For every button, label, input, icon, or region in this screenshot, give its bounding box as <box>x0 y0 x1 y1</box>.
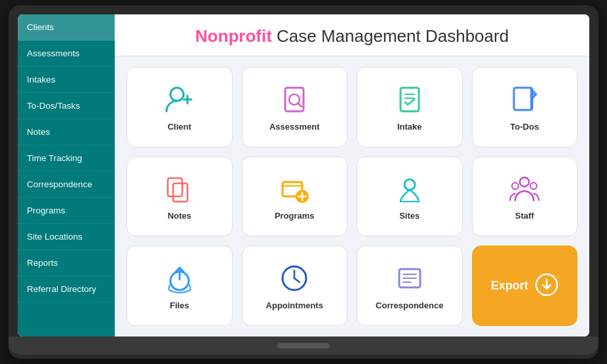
sidebar-item-referral-directory[interactable]: Referral Directory <box>18 276 115 302</box>
client-icon <box>163 82 197 117</box>
todos-icon <box>507 82 541 117</box>
programs-label: Programs <box>275 211 315 221</box>
laptop-screen: ClientsAssessmentsIntakesTo-Dos/TasksNot… <box>18 14 589 337</box>
card-correspondence[interactable]: Correspondence <box>357 246 463 326</box>
correspondence-icon <box>393 261 427 295</box>
intake-label: Intake <box>397 122 422 132</box>
sidebar-item-time-tracking[interactable]: Time Tracking <box>18 145 115 172</box>
staff-label: Staff <box>515 211 534 221</box>
card-staff[interactable]: Staff <box>472 156 578 237</box>
svg-point-0 <box>170 88 184 101</box>
card-files[interactable]: Files <box>127 246 233 326</box>
sidebar-item-todos[interactable]: To-Dos/Tasks <box>18 93 115 119</box>
dashboard-header: Nonprofit Case Management Dashboard <box>115 14 589 56</box>
sites-icon <box>393 172 427 206</box>
svg-rect-9 <box>514 88 532 110</box>
svg-rect-11 <box>168 178 182 196</box>
page-title: Nonprofit Case Management Dashboard <box>130 26 574 46</box>
sidebar-item-reports[interactable]: Reports <box>18 250 115 276</box>
appointments-icon <box>277 261 311 295</box>
files-icon <box>163 261 197 295</box>
card-export[interactable]: Export <box>472 246 578 326</box>
assessment-icon <box>277 82 311 117</box>
appointments-label: Appointments <box>266 300 323 310</box>
correspondence-label: Correspondence <box>376 300 443 310</box>
card-intake[interactable]: Intake <box>357 67 463 147</box>
programs-icon <box>277 172 311 206</box>
notes-label: Notes <box>168 211 191 221</box>
sidebar-item-assessments[interactable]: Assessments <box>18 41 115 67</box>
laptop-notch <box>277 343 330 348</box>
todos-label: To-Dos <box>510 122 539 132</box>
svg-point-20 <box>512 183 519 189</box>
dashboard-grid: Client Assessment Intake To-Dos <box>115 56 589 337</box>
title-rest: Case Management Dashboard <box>272 26 509 46</box>
card-todos[interactable]: To-Dos <box>472 67 578 147</box>
export-icon <box>535 273 558 299</box>
export-label: Export <box>491 279 528 293</box>
card-sites[interactable]: Sites <box>357 156 463 237</box>
card-client[interactable]: Client <box>127 67 233 147</box>
sites-label: Sites <box>399 211 420 221</box>
svg-rect-12 <box>173 183 187 202</box>
sidebar-item-programs[interactable]: Programs <box>18 198 115 224</box>
assessment-label: Assessment <box>269 122 320 132</box>
card-appointments[interactable]: Appointments <box>242 246 348 326</box>
main-content: Nonprofit Case Management Dashboard Clie… <box>115 14 589 337</box>
laptop-frame: ClientsAssessmentsIntakesTo-Dos/TasksNot… <box>9 5 598 359</box>
client-label: Client <box>168 122 191 132</box>
staff-icon <box>507 172 541 206</box>
svg-point-21 <box>530 183 537 189</box>
sidebar-item-clients[interactable]: Clients <box>18 14 115 41</box>
card-programs[interactable]: Programs <box>242 156 348 237</box>
sidebar-item-intakes[interactable]: Intakes <box>18 67 115 93</box>
intake-icon <box>393 82 427 117</box>
notes-icon <box>163 172 197 206</box>
card-assessment[interactable]: Assessment <box>242 67 348 147</box>
svg-line-26 <box>294 278 300 282</box>
card-notes[interactable]: Notes <box>127 156 233 237</box>
title-highlight: Nonprofit <box>195 26 272 46</box>
sidebar-item-correspondence[interactable]: Correspondence <box>18 172 115 198</box>
svg-rect-3 <box>285 88 304 111</box>
svg-point-17 <box>404 179 415 190</box>
sidebar-item-site-locations[interactable]: Site Locations <box>18 224 115 250</box>
sidebar: ClientsAssessmentsIntakesTo-Dos/TasksNot… <box>18 14 115 337</box>
laptop-base <box>9 337 598 355</box>
svg-rect-6 <box>401 88 419 111</box>
sidebar-item-notes[interactable]: Notes <box>18 119 115 145</box>
svg-line-5 <box>298 103 302 107</box>
svg-point-19 <box>520 177 529 187</box>
files-label: Files <box>170 300 189 310</box>
